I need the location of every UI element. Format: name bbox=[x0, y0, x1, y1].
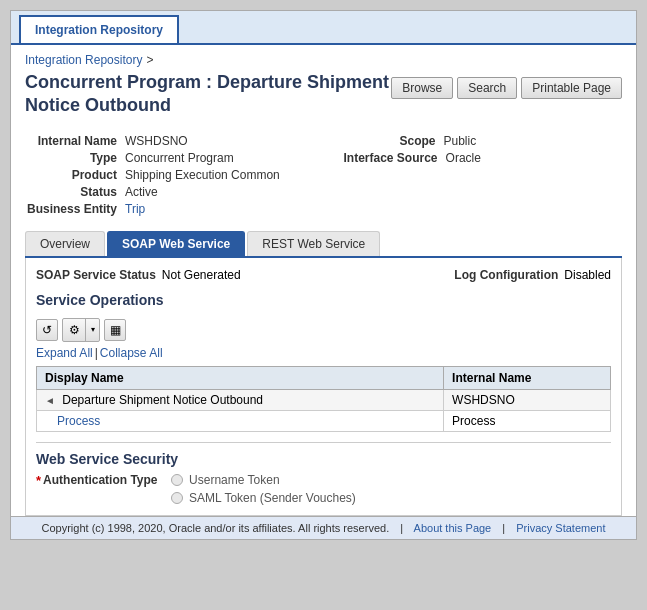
log-config-value: Disabled bbox=[564, 268, 611, 282]
separator: | bbox=[95, 346, 98, 360]
col-header-display-name: Display Name bbox=[37, 366, 444, 389]
soap-service-status-value: Not Generated bbox=[162, 268, 241, 282]
expand-collapse-bar: Expand All | Collapse All bbox=[36, 346, 611, 360]
auth-row: * Authentication Type Username Token SAM… bbox=[36, 473, 611, 505]
page-title-block: Concurrent Program : Departure Shipment … bbox=[25, 71, 391, 126]
tab-rest-web-service[interactable]: REST Web Service bbox=[247, 231, 380, 256]
soap-status-left: SOAP Service Status Not Generated bbox=[36, 268, 241, 282]
title-area: Concurrent Program : Departure Shipment … bbox=[25, 71, 622, 126]
window-tab-bar: Integration Repository bbox=[11, 11, 636, 45]
expand-all-link[interactable]: Expand All bbox=[36, 346, 93, 360]
copyright-text: Copyright (c) 1998, 2020, Oracle and/or … bbox=[42, 522, 390, 534]
radio-username-token-label: Username Token bbox=[189, 473, 280, 487]
service-ops-title: Service Operations bbox=[36, 292, 611, 312]
required-star: * bbox=[36, 473, 41, 488]
soap-status-right: Log Configuration Disabled bbox=[454, 268, 611, 282]
detail-row-product: Product Shipping Execution Common bbox=[25, 168, 304, 182]
product-label: Product bbox=[25, 168, 125, 182]
business-entity-link[interactable]: Trip bbox=[125, 202, 145, 216]
main-content: Integration Repository > Concurrent Prog… bbox=[11, 45, 636, 516]
action-buttons: Browse Search Printable Page bbox=[391, 71, 622, 99]
operations-table: Display Name Internal Name ◄ Departure S… bbox=[36, 366, 611, 432]
process-link[interactable]: Process bbox=[57, 414, 100, 428]
detail-row-interface-source: Interface Source Oracle bbox=[344, 151, 623, 165]
auth-label-wrapper: * Authentication Type bbox=[36, 473, 163, 488]
soap-tab-content: SOAP Service Status Not Generated Log Co… bbox=[25, 258, 622, 516]
footer-sep1: | bbox=[400, 522, 403, 534]
breadcrumb-link[interactable]: Integration Repository bbox=[25, 53, 142, 67]
scope-value: Public bbox=[444, 134, 477, 148]
radio-circle-icon bbox=[171, 492, 183, 504]
details-section: Internal Name WSHDSNO Type Concurrent Pr… bbox=[25, 134, 622, 219]
details-left: Internal Name WSHDSNO Type Concurrent Pr… bbox=[25, 134, 304, 219]
auth-radio-group: Username Token SAML Token (Sender Vouche… bbox=[171, 473, 356, 505]
tab-soap-web-service[interactable]: SOAP Web Service bbox=[107, 231, 245, 256]
soap-service-status-label: SOAP Service Status bbox=[36, 268, 156, 282]
child-display-name: Process bbox=[37, 410, 444, 431]
radio-circle-icon bbox=[171, 474, 183, 486]
product-value: Shipping Execution Common bbox=[125, 168, 280, 182]
collapse-all-link[interactable]: Collapse All bbox=[100, 346, 163, 360]
table-row: ◄ Departure Shipment Notice Outbound WSH… bbox=[37, 389, 611, 410]
col-header-internal-name: Internal Name bbox=[444, 366, 611, 389]
footer: Copyright (c) 1998, 2020, Oracle and/or … bbox=[11, 516, 636, 539]
auth-type-label: Authentication Type bbox=[43, 473, 163, 487]
child-internal-name: Process bbox=[444, 410, 611, 431]
tabs-bar: Overview SOAP Web Service REST Web Servi… bbox=[25, 231, 622, 258]
business-entity-value: Trip bbox=[125, 202, 145, 216]
interface-source-value: Oracle bbox=[446, 151, 481, 165]
table-icon: ▦ bbox=[110, 323, 121, 337]
soap-status-row: SOAP Service Status Not Generated Log Co… bbox=[36, 268, 611, 282]
group-display-name: ◄ Departure Shipment Notice Outbound bbox=[37, 389, 444, 410]
status-label: Status bbox=[25, 185, 125, 199]
dropdown-arrow-icon: ▾ bbox=[85, 319, 99, 341]
scope-label: Scope bbox=[344, 134, 444, 148]
footer-sep2: | bbox=[502, 522, 505, 534]
radio-saml-token[interactable]: SAML Token (Sender Vouches) bbox=[171, 491, 356, 505]
internal-name-value: WSHDSNO bbox=[125, 134, 188, 148]
log-config-label: Log Configuration bbox=[454, 268, 558, 282]
status-value: Active bbox=[125, 185, 158, 199]
printable-page-button[interactable]: Printable Page bbox=[521, 77, 622, 99]
group-internal-name: WSHDSNO bbox=[444, 389, 611, 410]
privacy-statement-link[interactable]: Privacy Statement bbox=[516, 522, 605, 534]
radio-saml-token-label: SAML Token (Sender Vouches) bbox=[189, 491, 356, 505]
breadcrumb: Integration Repository > bbox=[25, 53, 622, 67]
search-button[interactable]: Search bbox=[457, 77, 517, 99]
internal-name-label: Internal Name bbox=[25, 134, 125, 148]
browse-button[interactable]: Browse bbox=[391, 77, 453, 99]
radio-username-token[interactable]: Username Token bbox=[171, 473, 356, 487]
ws-security-title: Web Service Security bbox=[36, 442, 611, 467]
table-view-button[interactable]: ▦ bbox=[104, 319, 126, 341]
app-window: Integration Repository Integration Repos… bbox=[10, 10, 637, 540]
gear-icon: ⚙ bbox=[63, 319, 85, 341]
service-ops-toolbar: ↺ ⚙ ▾ ▦ bbox=[36, 318, 611, 342]
about-page-link[interactable]: About this Page bbox=[414, 522, 492, 534]
detail-row-scope: Scope Public bbox=[344, 134, 623, 148]
window-tab[interactable]: Integration Repository bbox=[19, 15, 179, 43]
table-row: Process Process bbox=[37, 410, 611, 431]
refresh-button[interactable]: ↺ bbox=[36, 319, 58, 341]
gear-dropdown[interactable]: ⚙ ▾ bbox=[62, 318, 100, 342]
details-right: Scope Public Interface Source Oracle bbox=[344, 134, 623, 219]
detail-row-type: Type Concurrent Program bbox=[25, 151, 304, 165]
type-value: Concurrent Program bbox=[125, 151, 234, 165]
type-label: Type bbox=[25, 151, 125, 165]
page-title: Concurrent Program : Departure Shipment … bbox=[25, 71, 391, 118]
detail-row-business-entity: Business Entity Trip bbox=[25, 202, 304, 216]
detail-row-internal-name: Internal Name WSHDSNO bbox=[25, 134, 304, 148]
business-entity-label: Business Entity bbox=[25, 202, 125, 216]
refresh-icon: ↺ bbox=[42, 323, 52, 337]
detail-row-status: Status Active bbox=[25, 185, 304, 199]
collapse-icon: ◄ bbox=[45, 395, 55, 406]
interface-source-label: Interface Source bbox=[344, 151, 446, 165]
tab-overview[interactable]: Overview bbox=[25, 231, 105, 256]
breadcrumb-arrow: > bbox=[146, 53, 153, 67]
